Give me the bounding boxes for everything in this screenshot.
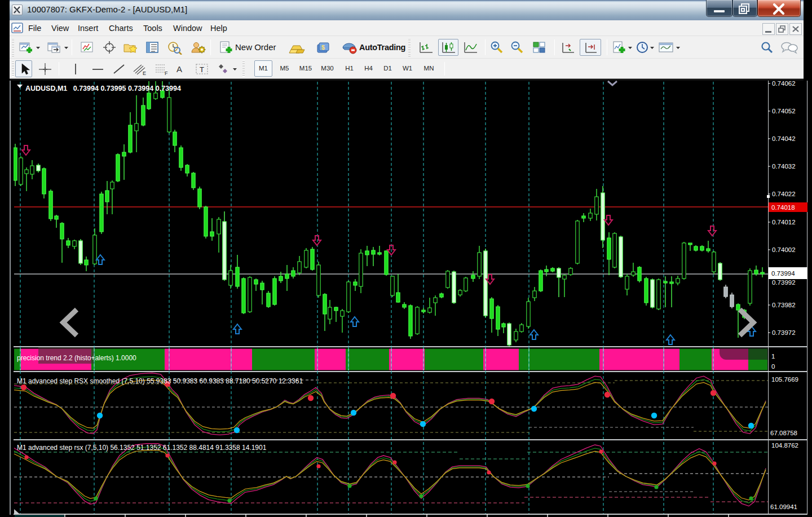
svg-text:M1 advanced step RSX smoothed: M1 advanced step RSX smoothed (7,5,10) 5… bbox=[17, 377, 303, 385]
svg-text:104.8762: 104.8762 bbox=[771, 442, 798, 449]
svg-text:0: 0 bbox=[771, 363, 775, 370]
svg-text:1: 1 bbox=[771, 353, 775, 360]
svg-text:0.73992: 0.73992 bbox=[772, 279, 796, 286]
svg-text:67.08758: 67.08758 bbox=[770, 430, 797, 436]
svg-text:0.74052: 0.74052 bbox=[772, 108, 796, 114]
svg-text:precision trend 2.2 (histo+ale: precision trend 2.2 (histo+alerts) 1.000… bbox=[17, 354, 136, 362]
svg-text:0.73972: 0.73972 bbox=[772, 329, 796, 336]
svg-text:0.74022: 0.74022 bbox=[772, 191, 796, 197]
svg-text:T: T bbox=[200, 65, 204, 74]
svg-text:61.09941: 61.09941 bbox=[770, 503, 797, 510]
svg-text:0.74062: 0.74062 bbox=[772, 81, 796, 87]
svg-text:105.7669: 105.7669 bbox=[771, 376, 798, 383]
svg-text:0.74018: 0.74018 bbox=[771, 204, 795, 211]
svg-text:$: $ bbox=[321, 44, 325, 51]
svg-text:AUDUSD,M1 0.73994 0.73995 0.: AUDUSD,M1 0.73994 0.73995 0.73994 0.7399… bbox=[25, 85, 181, 92]
svg-text:F: F bbox=[165, 70, 168, 76]
svg-text:M1 advanced step rsx (7,5,10): M1 advanced step rsx (7,5,10) 56.1352 51… bbox=[17, 444, 267, 452]
svg-text:0.74012: 0.74012 bbox=[772, 219, 796, 226]
svg-text:0.74032: 0.74032 bbox=[772, 163, 796, 170]
svg-text:0.74002: 0.74002 bbox=[772, 246, 796, 253]
svg-text:0.73982: 0.73982 bbox=[772, 302, 796, 308]
svg-text:0.73994: 0.73994 bbox=[771, 270, 795, 277]
svg-text:E: E bbox=[143, 70, 146, 76]
svg-text:0.74042: 0.74042 bbox=[772, 135, 796, 142]
